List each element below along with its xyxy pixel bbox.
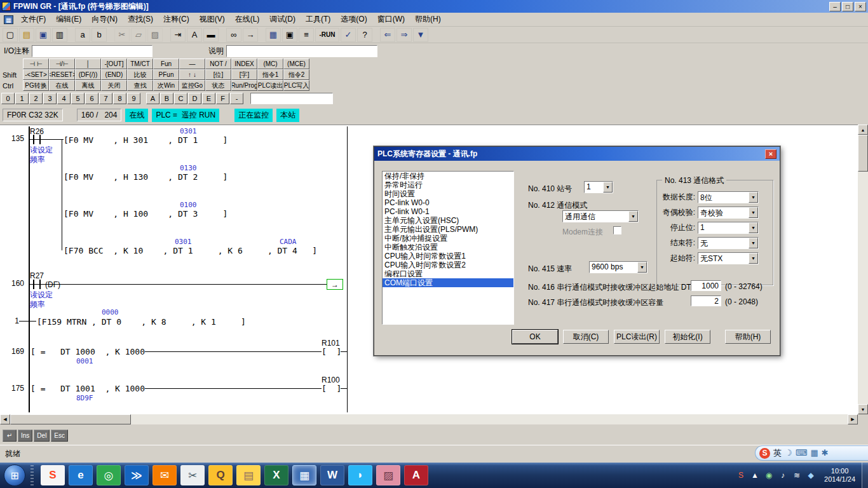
buffer-capacity-input[interactable] xyxy=(691,295,721,306)
dropdown-arrow-icon[interactable]: ▼ xyxy=(603,182,613,193)
fkey-button[interactable]: 在线 xyxy=(49,80,75,91)
ime-moon-icon[interactable]: ☽ xyxy=(785,446,792,460)
register-category-item[interactable]: 保持/非保持 xyxy=(383,172,513,180)
taskbar-excel-icon[interactable]: X xyxy=(264,465,288,485)
tray-security-icon[interactable]: ◉ xyxy=(763,471,775,480)
hex-key[interactable]: - xyxy=(230,93,243,104)
menu-item[interactable]: 视图(V) xyxy=(194,13,230,26)
output-coil[interactable]: [ ] xyxy=(322,384,341,393)
scrollbar-thumb[interactable] xyxy=(858,135,868,172)
fkey-button[interactable]: NOT / xyxy=(205,58,231,69)
hex-key[interactable]: 3 xyxy=(43,93,57,104)
compare-contact[interactable]: [ = DT 1000 , K 1000 xyxy=(31,347,145,356)
coil-label[interactable]: R101 xyxy=(322,339,340,348)
fkey-button[interactable]: 指令2 xyxy=(283,69,309,80)
next-window-icon[interactable]: ▣ xyxy=(282,28,297,42)
format-select[interactable]: 1 ▼ xyxy=(698,222,759,234)
dropdown-arrow-icon[interactable]: ▼ xyxy=(749,207,758,218)
fkey-button[interactable]: ⊣ ⊢ xyxy=(23,58,49,69)
dropdown-arrow-icon[interactable]: ▼ xyxy=(749,192,758,203)
taskbar-word-icon[interactable]: W xyxy=(320,465,344,485)
register-category-item[interactable]: 编程口设置 xyxy=(383,269,513,278)
open-icon[interactable]: ▤ xyxy=(19,28,34,42)
fkey-button[interactable]: PG转换 xyxy=(23,80,49,91)
taskbar-thunder-icon[interactable]: ≫ xyxy=(125,465,149,485)
copy-icon[interactable]: ▱ xyxy=(131,28,146,42)
format-select[interactable]: 8位 ▼ xyxy=(698,191,759,203)
edit-key[interactable]: ↵ xyxy=(3,430,17,442)
close-button[interactable]: × xyxy=(855,2,866,11)
new-icon[interactable]: ▢ xyxy=(3,28,18,42)
taskbar-360-icon[interactable]: ◎ xyxy=(97,465,121,485)
fkey-button[interactable]: 查找 xyxy=(127,80,153,91)
hex-key[interactable]: 8 xyxy=(113,93,126,104)
ime-bar[interactable]: S英☽⌨▦✱ xyxy=(755,445,868,461)
fkey-button[interactable]: 监控Go xyxy=(179,80,205,91)
fkey-button[interactable]: (MCE) xyxy=(283,58,309,69)
scroll-up-icon[interactable]: ▲ xyxy=(858,125,868,135)
child-window-icon[interactable]: ▦ xyxy=(4,15,13,24)
fkey-button[interactable]: -[OUT] xyxy=(101,58,127,69)
fkey-button[interactable]: PLC写入 xyxy=(283,80,309,91)
edit-key[interactable]: Ins xyxy=(18,430,32,442)
fkey-button[interactable]: PFun xyxy=(153,69,179,80)
tray-sogou-icon[interactable]: S xyxy=(735,471,747,480)
show-desktop-button[interactable] xyxy=(862,463,868,488)
taskbar-photo-icon[interactable]: ▨ xyxy=(376,465,400,485)
menu-item[interactable]: 注释(C) xyxy=(158,13,194,26)
register-category-item[interactable]: PC-link W0-1 xyxy=(383,207,513,216)
hex-key[interactable]: D xyxy=(188,93,201,104)
cut-icon[interactable]: ✂ xyxy=(114,28,130,42)
register-category-item[interactable]: 中断触发沿设置 xyxy=(383,243,513,252)
download-icon[interactable]: ▼ xyxy=(413,28,428,42)
insert-icon[interactable]: ⇥ xyxy=(170,28,186,42)
scrollbar-thumb[interactable] xyxy=(10,414,131,424)
minimize-button[interactable]: – xyxy=(829,2,841,11)
menu-item[interactable]: 帮助(H) xyxy=(410,13,446,26)
contact-label[interactable]: R26 xyxy=(30,127,44,136)
fkey-button[interactable]: │ xyxy=(75,58,101,69)
taskbar-clock[interactable]: 10:00 2014/1/24 xyxy=(824,467,855,484)
paste-icon[interactable]: ▨ xyxy=(147,28,163,42)
ime-tools-icon[interactable]: ✱ xyxy=(822,446,829,460)
plc-read-icon[interactable]: ⇐ xyxy=(380,28,395,42)
find-icon[interactable]: ∞ xyxy=(226,28,241,42)
fkey-button[interactable]: [字] xyxy=(231,69,257,80)
hex-key[interactable]: 5 xyxy=(71,93,85,104)
menu-item[interactable]: 文件(F) xyxy=(16,13,51,26)
taskbar-fpwin-icon[interactable]: ▦ xyxy=(292,465,316,485)
fkey-button[interactable]: (END) xyxy=(101,69,127,80)
taskbar-explorer-icon[interactable]: ▤ xyxy=(236,465,261,485)
monitor-icon[interactable]: ▦ xyxy=(266,28,281,42)
fkey-button[interactable]: (MC) xyxy=(257,58,283,69)
buffer-start-input[interactable] xyxy=(691,280,721,291)
taskbar-foxmail-icon[interactable]: ✉ xyxy=(153,465,177,485)
output-coil[interactable]: [ ] xyxy=(322,347,341,356)
scroll-left-icon[interactable]: ◀ xyxy=(0,414,10,424)
taskbar-browser-icon[interactable]: e xyxy=(69,465,93,485)
fkey-button[interactable]: [位] xyxy=(205,69,231,80)
instruction[interactable]: [F70 BCC , K 10 , DT 1 , K 6 , DT 4 ] xyxy=(64,246,317,255)
ime-mode-label[interactable]: 英 xyxy=(773,446,782,460)
fkey-button[interactable]: — xyxy=(179,58,205,69)
format-select[interactable]: 无 ▼ xyxy=(698,237,759,249)
fkey-button[interactable]: 状态 xyxy=(205,80,231,91)
taskbar-pdf-icon[interactable]: A xyxy=(404,465,428,485)
menu-item[interactable]: 查找(S) xyxy=(123,13,158,26)
save-icon[interactable]: ▣ xyxy=(36,28,51,42)
edit-key[interactable]: Del xyxy=(34,430,50,442)
dialog-button[interactable]: OK xyxy=(512,330,558,344)
instruction[interactable]: [F0 MV , H 130 , DT 2 ] xyxy=(64,172,227,182)
hex-key[interactable]: A xyxy=(146,93,159,104)
tray-usb-icon[interactable]: ◆ xyxy=(804,471,817,480)
menu-item[interactable]: 选项(O) xyxy=(336,13,372,26)
plc-write-icon[interactable]: ⇒ xyxy=(397,28,412,42)
dialog-close-icon[interactable]: × xyxy=(765,149,776,159)
status-icon[interactable]: ≡ xyxy=(299,28,314,42)
baud-rate-select[interactable]: 9600 bps ▼ xyxy=(589,261,648,273)
register-category-item[interactable]: CPU输入时间常数设置1 xyxy=(383,252,513,261)
register-category-item[interactable]: 主单元输入设置(HSC) xyxy=(383,216,513,225)
df-instruction[interactable]: (DF) xyxy=(45,280,60,289)
hex-key[interactable]: E xyxy=(202,93,215,104)
horizontal-scrollbar[interactable]: ◀ ▶ xyxy=(0,414,858,424)
